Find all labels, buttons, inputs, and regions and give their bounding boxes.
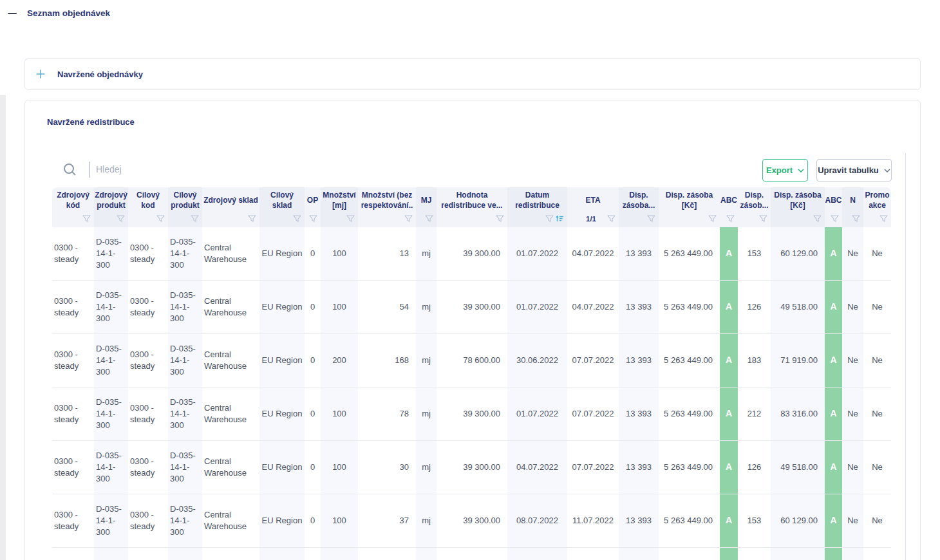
cell-mnozstvi-mj xyxy=(321,548,358,560)
filter-icon[interactable] xyxy=(708,215,717,223)
cell-promo-akce: Ne xyxy=(863,281,891,333)
filter-icon[interactable] xyxy=(346,215,355,223)
cell-mnozstvi-bez: 13 xyxy=(358,227,416,280)
cell-mnozstvi-bez xyxy=(358,548,416,560)
cell-eta xyxy=(567,548,619,560)
header-cell-mnozstvi-bez[interactable]: Množství (bez respektování.. xyxy=(358,187,416,227)
filter-icon[interactable] xyxy=(813,215,822,223)
cell-zdrojovy-kod: 0300 - steady xyxy=(52,387,94,440)
filter-icon[interactable] xyxy=(404,215,413,223)
cell-value: 0300 - steady xyxy=(54,402,92,425)
cell-mj: mj xyxy=(416,441,437,494)
cell-hodnota-redistribuce: 39 300.00 xyxy=(437,494,507,547)
cell-zdrojovy-sklad: Central Warehouse xyxy=(202,387,259,440)
plus-icon[interactable] xyxy=(35,69,46,79)
header-cell-cilovy-sklad[interactable]: Cílový sklad xyxy=(259,187,305,227)
header-cell-disp-zasoba-1[interactable]: Disp. zásoba... xyxy=(619,187,659,227)
filter-icon[interactable] xyxy=(852,215,860,223)
header-cell-eta[interactable]: ETA1/1 xyxy=(567,187,619,227)
header-cell-abc-2[interactable]: ABC xyxy=(825,187,842,227)
filter-icon[interactable] xyxy=(156,215,165,223)
header-cell-zdrojovy-sklad[interactable]: Zdrojový sklad xyxy=(202,187,259,227)
filter-icon[interactable] xyxy=(496,215,504,223)
collapse-icon[interactable] xyxy=(8,13,17,14)
export-button-label: Export xyxy=(766,165,793,175)
filter-icon[interactable] xyxy=(607,215,616,223)
header-cell-zdrojovy-produkt[interactable]: Zdrojový produkt xyxy=(94,187,128,227)
cell-value: EU Region xyxy=(262,408,303,420)
filter-icon[interactable] xyxy=(545,215,554,223)
header-cell-disp-zasoba-kc-2[interactable]: Disp. zásoba [Kč] xyxy=(771,187,825,227)
cell-eta: 07.07.2022 xyxy=(567,334,619,387)
header-cell-op[interactable]: OP xyxy=(305,187,321,227)
cell-mnozstvi-bez: 37 xyxy=(358,494,416,547)
cell-abc-1: A xyxy=(720,494,738,547)
cell-value: EU Region xyxy=(262,355,303,366)
table-row[interactable]: 0300 - steadyD-035-14-1-3000300 - steady… xyxy=(52,281,891,334)
filter-row-cell xyxy=(128,213,168,227)
header-cell-datum-redistribuce[interactable]: Datum redistribuce xyxy=(507,187,567,227)
cell-mnozstvi-mj: 100 xyxy=(321,494,358,547)
cell-value: D-035-14-1-300 xyxy=(96,343,126,378)
header-cell-disp-zasob-2[interactable]: Disp. zásob... xyxy=(738,187,771,227)
cell-mnozstvi-bez: 30 xyxy=(358,441,416,494)
cell-value: 0300 - steady xyxy=(130,349,166,372)
filter-row-cell xyxy=(259,213,305,227)
header-cell-hodnota-redistribuce[interactable]: Hodnota redistribuce ve... xyxy=(437,187,507,227)
table-row-partial[interactable]: D-D- xyxy=(52,548,891,560)
filter-icon[interactable] xyxy=(191,215,199,223)
cell-value: 78 600.00 xyxy=(463,355,500,366)
table-row[interactable]: 0300 - steadyD-035-14-1-3000300 - steady… xyxy=(52,387,891,441)
cell-value: 168 xyxy=(395,355,409,366)
cell-disp-zasob-2: 153 xyxy=(738,227,771,280)
cell-mj: mj xyxy=(416,494,437,547)
filter-icon[interactable] xyxy=(726,215,735,223)
cell-value: mj xyxy=(422,355,431,366)
cell-value: 0 xyxy=(310,248,315,259)
table-row[interactable]: 0300 - steadyD-035-14-1-3000300 - steady… xyxy=(52,227,891,281)
filter-icon[interactable] xyxy=(117,215,125,223)
filter-icon[interactable] xyxy=(759,215,767,223)
filter-icon[interactable] xyxy=(248,215,256,223)
filter-icon[interactable] xyxy=(309,215,317,223)
header-cell-promo-akce[interactable]: Promo akce xyxy=(863,187,891,227)
cell-value: 0300 - steady xyxy=(54,295,92,319)
header-cell-mnozstvi-mj[interactable]: Množství [mj] xyxy=(321,187,358,227)
filter-icon[interactable] xyxy=(879,215,888,223)
panel-proposed-redistributions-header[interactable]: Navržené redistribuce xyxy=(25,100,920,139)
table-row[interactable]: 0300 - steadyD-035-14-1-3000300 - steady… xyxy=(52,494,891,548)
header-cell-abc-1[interactable]: ABC xyxy=(720,187,738,227)
header-cell-zdrojovy-kod[interactable]: Zdrojový kód xyxy=(52,187,94,227)
cell-value: 60 129.00 xyxy=(780,248,818,259)
cell-mnozstvi-mj: 100 xyxy=(321,227,358,280)
sort-ascending-icon[interactable] xyxy=(556,215,564,222)
cell-value: Ne xyxy=(872,515,883,527)
header-cell-disp-zasoba-kc-1[interactable]: Disp. zásoba [Kč] xyxy=(659,187,720,227)
filter-icon[interactable] xyxy=(425,215,433,223)
cell-value: D-035-14-1-300 xyxy=(170,397,200,431)
cell-datum-redistribuce xyxy=(507,548,567,560)
header-cell-n[interactable]: N xyxy=(842,187,863,227)
cell-value: 5 263 449.00 xyxy=(664,301,713,313)
edit-table-button[interactable]: Upravit tabulku xyxy=(816,159,892,182)
filter-icon[interactable] xyxy=(82,215,91,223)
cell-op: 0 xyxy=(305,387,321,440)
header-cell-mj[interactable]: MJ xyxy=(416,187,437,227)
header-cell-cilovy-produkt[interactable]: Cílový produkt xyxy=(168,187,202,227)
cell-value: mj xyxy=(422,248,431,259)
cell-value: EU Region xyxy=(262,515,303,527)
cell-value: Ne xyxy=(847,248,858,259)
header-cell-cilovy-kod[interactable]: Cílový kod xyxy=(128,187,168,227)
filter-icon[interactable] xyxy=(647,215,655,223)
header-label: ABC xyxy=(720,187,738,213)
filter-icon[interactable] xyxy=(293,215,301,223)
filter-icon[interactable] xyxy=(831,215,839,223)
filter-row-cell xyxy=(720,213,738,227)
table-row[interactable]: 0300 - steadyD-035-14-1-3000300 - steady… xyxy=(52,334,891,387)
cell-value: A xyxy=(726,301,732,313)
export-button[interactable]: Export xyxy=(762,159,808,182)
cell-value: A xyxy=(830,461,836,473)
table-row[interactable]: 0300 - steadyD-035-14-1-3000300 - steady… xyxy=(52,441,891,494)
search-input[interactable] xyxy=(96,160,366,179)
panel-proposed-orders-header[interactable]: Navržené objednávky xyxy=(25,59,920,89)
